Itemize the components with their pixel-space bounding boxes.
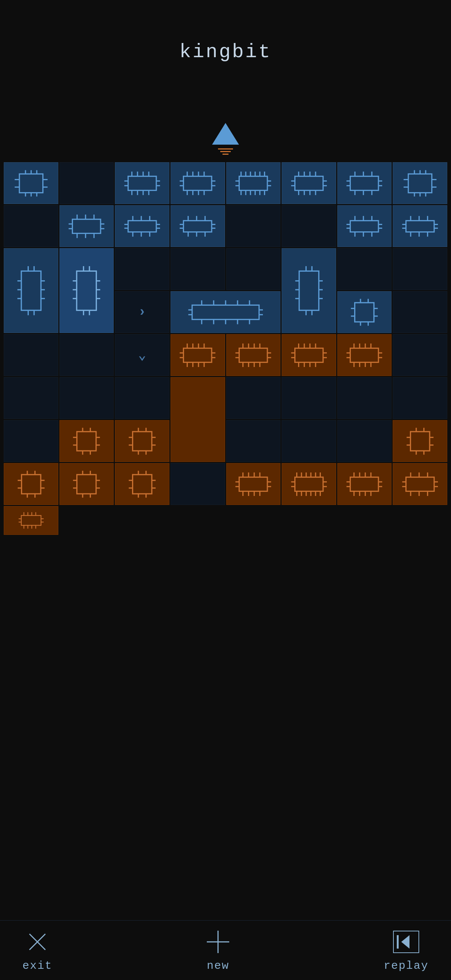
up-arrow-icon (212, 123, 239, 145)
cell-r7c4 (226, 420, 281, 462)
game-grid: › (4, 162, 447, 535)
svg-rect-201 (183, 348, 212, 362)
cell-r4c4-wide[interactable] (171, 291, 280, 333)
cell-r6c6 (337, 377, 392, 419)
cell-r3c7 (337, 248, 392, 290)
cell-r2c2[interactable] (59, 205, 114, 247)
svg-rect-240 (351, 348, 378, 362)
cell-r6c8 (4, 420, 58, 462)
cell-r1c6[interactable] (282, 162, 336, 204)
cell-r5c2-chevron[interactable]: ⌄ (115, 334, 169, 376)
cell-r3c1[interactable] (4, 248, 58, 333)
svg-rect-337 (351, 477, 378, 491)
replay-label: replay (384, 959, 429, 972)
arrow-indicator (212, 123, 239, 155)
cell-r8c5[interactable] (282, 463, 336, 505)
new-label: new (207, 959, 229, 972)
new-icon (207, 931, 229, 953)
cell-r8c7[interactable] (393, 463, 447, 505)
cell-r2c6 (282, 205, 336, 247)
svg-rect-214 (239, 348, 268, 362)
cell-r1c7[interactable] (337, 162, 392, 204)
svg-rect-100 (128, 221, 156, 232)
cell-r2c7[interactable] (337, 205, 392, 247)
cell-r6c4 (226, 377, 281, 419)
svg-rect-78 (408, 174, 432, 192)
svg-rect-122 (351, 221, 378, 232)
cell-r5c3[interactable] (171, 334, 225, 376)
game-title: kingbit (180, 41, 271, 63)
cell-r6c1 (59, 377, 114, 419)
cell-r5c5[interactable] (282, 334, 336, 376)
cell-r8c4[interactable] (226, 463, 281, 505)
cell-r3c2[interactable] (59, 248, 114, 333)
cell-r6c3-tall[interactable] (171, 377, 225, 462)
cell-r5c4[interactable] (226, 334, 281, 376)
cell-r4c3-chevron[interactable]: › (115, 291, 169, 333)
svg-rect-289 (77, 474, 96, 493)
cell-r3c6[interactable] (282, 248, 336, 333)
chevron-down-icon[interactable]: ⌄ (138, 347, 146, 363)
cell-r3c5 (226, 248, 281, 290)
cell-r4c8 (4, 334, 58, 376)
cell-r1c3[interactable] (115, 162, 169, 204)
cell-r8c6[interactable] (337, 463, 392, 505)
bottom-navigation: exit new replay (0, 920, 451, 980)
svg-rect-0 (19, 174, 43, 192)
svg-rect-192 (355, 302, 374, 321)
cell-r5c6[interactable] (337, 334, 392, 376)
exit-button[interactable]: exit (22, 929, 53, 972)
cell-r4c6[interactable] (337, 291, 392, 333)
cell-r6c7 (393, 377, 447, 419)
cell-r2c1 (4, 205, 58, 247)
svg-rect-67 (351, 176, 378, 190)
svg-rect-320 (295, 477, 323, 491)
cell-r1c5[interactable] (226, 162, 281, 204)
exit-icon (26, 931, 49, 953)
cell-r8c3 (171, 463, 225, 505)
cell-r2c5 (226, 205, 281, 247)
cell-r8c1[interactable] (59, 463, 114, 505)
cell-r2c3[interactable] (115, 205, 169, 247)
svg-rect-11 (128, 176, 156, 190)
new-button[interactable]: new (205, 929, 231, 972)
cell-r7c7[interactable] (393, 420, 447, 462)
cell-r7c1[interactable] (59, 420, 114, 462)
cell-r1c2 (59, 162, 114, 204)
svg-rect-307 (239, 477, 268, 491)
cell-r1c8[interactable] (393, 162, 447, 204)
game-screen: kingbit (0, 0, 451, 980)
cell-r2c8[interactable] (393, 205, 447, 247)
svg-rect-227 (295, 348, 323, 362)
chevron-right-icon[interactable]: › (138, 305, 146, 320)
cell-r7c2[interactable] (115, 420, 169, 462)
svg-rect-177 (192, 305, 259, 319)
svg-rect-24 (183, 176, 212, 190)
cell-r7c5 (282, 420, 336, 462)
cell-r3c8 (393, 248, 447, 290)
cell-r5c8 (4, 377, 58, 419)
cell-r1c4[interactable] (171, 162, 225, 204)
svg-rect-271 (411, 431, 430, 450)
svg-rect-89 (73, 219, 100, 233)
cell-r7c6 (337, 420, 392, 462)
svg-rect-166 (299, 271, 319, 310)
cell-r8c8[interactable] (4, 506, 58, 535)
svg-rect-262 (132, 431, 151, 450)
svg-rect-350 (406, 477, 434, 491)
replay-button[interactable]: replay (384, 929, 429, 972)
svg-rect-111 (183, 221, 212, 232)
cell-r2c4[interactable] (171, 205, 225, 247)
cell-r7c8[interactable] (4, 463, 58, 505)
replay-icon (393, 931, 419, 953)
exit-label: exit (22, 959, 53, 972)
cell-r1c1[interactable] (4, 162, 58, 204)
svg-rect-37 (239, 176, 268, 190)
cell-r6c2 (115, 377, 169, 419)
cell-r4c7 (393, 291, 447, 333)
svg-rect-54 (295, 176, 323, 190)
cell-r3c3 (115, 248, 169, 290)
cell-r5c1 (59, 334, 114, 376)
cell-r8c2[interactable] (115, 463, 169, 505)
svg-rect-361 (21, 516, 41, 525)
